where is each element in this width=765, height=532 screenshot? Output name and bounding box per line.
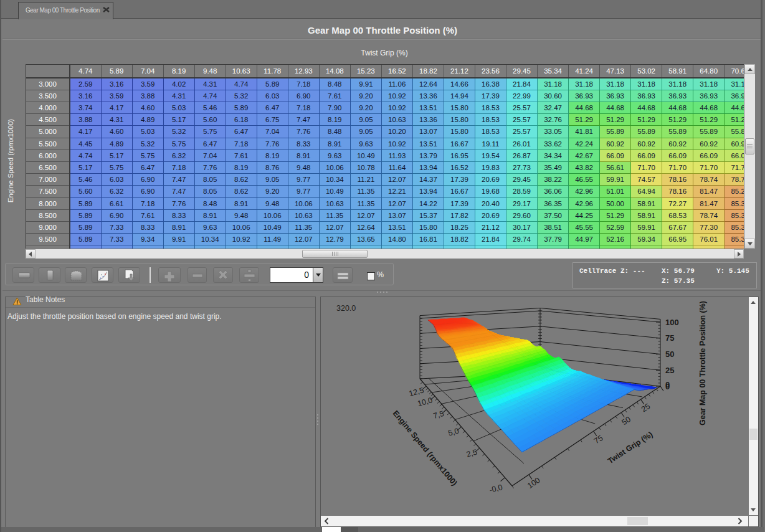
svg-text:50: 50 <box>665 349 674 359</box>
svg-text:5,0: 5,0 <box>447 427 460 438</box>
svg-text:50: 50 <box>620 415 632 427</box>
svg-text:Twist Grip (%): Twist Grip (%) <box>606 430 654 465</box>
svg-text:7,5: 7,5 <box>432 409 445 420</box>
svg-text:320.0: 320.0 <box>336 304 356 313</box>
svg-text:75: 75 <box>592 434 604 445</box>
svg-text:2,5: 2,5 <box>465 448 478 459</box>
svg-text:25: 25 <box>640 402 652 414</box>
svg-text:100: 100 <box>526 476 541 490</box>
svg-text:10,0: 10,0 <box>417 396 434 408</box>
svg-text:100: 100 <box>665 318 679 327</box>
svg-text:12,5: 12,5 <box>408 386 425 398</box>
svg-text:0: 0 <box>665 380 670 389</box>
svg-text:75: 75 <box>665 333 674 343</box>
svg-text:-0,0: -0,0 <box>488 483 503 495</box>
svg-text:25: 25 <box>665 366 674 375</box>
svg-text:Engine Speed (rpmx1000): Engine Speed (rpmx1000) <box>391 409 459 487</box>
svg-text:Gear Map 00 Throttle Position: Gear Map 00 Throttle Position (%) <box>698 301 707 425</box>
